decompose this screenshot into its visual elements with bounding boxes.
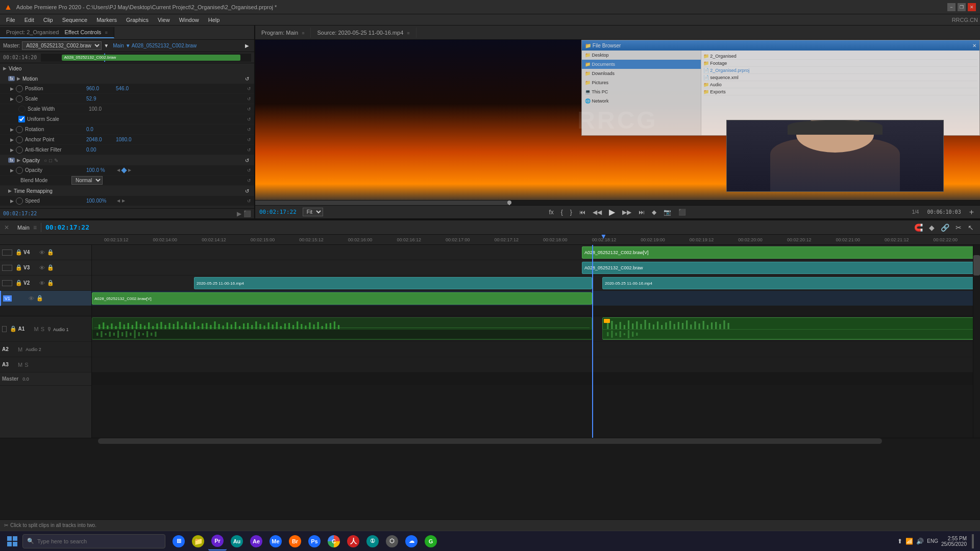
v4-lock[interactable] (2, 249, 12, 256)
app-after-effects[interactable]: Ae (247, 532, 265, 550)
sequence-link[interactable]: Main ▼ A028_05252132_C002.braw (113, 43, 197, 48)
fb-file-5[interactable]: 📁 Audio (703, 81, 977, 88)
ctrl-step-fwd[interactable]: ▶▶ (620, 208, 633, 217)
tool-select[interactable]: ↖ (966, 222, 976, 233)
app-task-view[interactable]: ⊞ (169, 532, 188, 550)
menu-window[interactable]: Window (175, 16, 203, 24)
tool-snap[interactable]: 🧲 (912, 222, 925, 233)
anti-flicker-val[interactable]: 0.00 (86, 147, 112, 153)
fb-item-2[interactable]: 📁 Documents (582, 60, 701, 69)
scalewidth-reset[interactable]: ↺ (247, 107, 251, 112)
systray-lang[interactable]: ENG (927, 538, 938, 544)
a1-mic[interactable]: 🎙 (45, 326, 53, 332)
ec-play-btn[interactable]: ▶ (237, 210, 241, 217)
ctrl-play-stop[interactable]: ▶ (607, 206, 617, 218)
close-button[interactable]: ✕ (968, 3, 976, 11)
v1-clip[interactable]: A028_05252132_C002.braw[V] (92, 292, 592, 305)
speed-kf-left[interactable]: ◀ (117, 198, 120, 203)
menu-file[interactable]: File (2, 16, 19, 24)
tool-razor[interactable]: ✂ (953, 222, 964, 233)
fb-file-2[interactable]: 📁 Footage (703, 60, 977, 67)
ctrl-step-back[interactable]: ◀◀ (591, 208, 604, 217)
a2-mute[interactable]: M (17, 346, 23, 353)
tab-effect-controls[interactable]: Project: 2_Organised Effect Controls ≡ (0, 27, 114, 38)
ctrl-mark-in[interactable]: { (559, 208, 565, 217)
fb-file-3[interactable]: 📄 2_Organised.prproj (703, 67, 977, 74)
scale-val[interactable]: 52.9 (86, 96, 112, 102)
timeline-tab-main[interactable]: Main ≡ (13, 223, 41, 232)
pos-stopwatch[interactable] (16, 85, 23, 92)
speed-stopwatch[interactable] (16, 197, 23, 205)
anchor-x-val[interactable]: 2048.0 (86, 137, 112, 142)
v4-lock2[interactable]: 🔒 (46, 249, 55, 256)
tab-source[interactable]: Source: 2020-05-25 11-00-16.mp4 ≡ (311, 28, 416, 38)
menu-edit[interactable]: Edit (20, 16, 38, 24)
anchor-reset[interactable]: ↺ (247, 137, 251, 142)
v1-eye[interactable]: 👁 (28, 295, 35, 302)
timeline-tracks[interactable]: A028_05252132_C002.braw[V] ▶ A028_052521… (92, 245, 973, 438)
a3-solo[interactable]: S (23, 362, 29, 368)
v4-clip[interactable]: A028_05252132_C002.braw[V] ▶ (582, 246, 973, 259)
app-renren[interactable]: 人 (344, 532, 362, 550)
monitor-scrubber[interactable] (255, 200, 980, 205)
audio-section[interactable]: ▶ Audio (0, 206, 254, 208)
v4-sync[interactable]: 🔒 (14, 249, 23, 256)
app-media-encoder[interactable]: Me (266, 532, 285, 550)
fb-item-3[interactable]: 📁 Downloads (582, 69, 701, 78)
v2-eye[interactable]: 👁 (38, 280, 46, 286)
timeline-close[interactable]: ✕ (4, 224, 9, 231)
scale-stopwatch[interactable] (16, 95, 23, 103)
a1-clip-right-row2[interactable] (602, 329, 973, 339)
uniform-scale-checkbox[interactable] (18, 116, 25, 122)
fb-file-6[interactable]: 📁 Exports (703, 88, 977, 95)
app-photoshop[interactable]: Ps (305, 532, 324, 550)
af-stopwatch[interactable] (16, 146, 23, 154)
tool-markers[interactable]: ◆ (927, 222, 937, 233)
ec-export-btn[interactable]: ⬛ (243, 210, 251, 217)
anchor-stopwatch[interactable] (16, 136, 23, 143)
a1-lock[interactable] (2, 326, 7, 332)
a1-sync[interactable]: 🔒 (9, 325, 18, 332)
opacity-val-reset[interactable]: ↺ (247, 168, 251, 173)
master-clip-select[interactable]: A028_05252132_C002.braw (22, 41, 102, 50)
minimize-button[interactable]: − (947, 3, 955, 11)
v3-sync[interactable]: 🔒 (14, 264, 23, 271)
restore-button[interactable]: ❐ (958, 3, 966, 11)
v3-lock2[interactable]: 🔒 (46, 264, 55, 271)
menu-markers[interactable]: Markers (92, 16, 121, 24)
start-button[interactable] (2, 533, 22, 549)
v3-eye[interactable]: 👁 (38, 265, 46, 271)
ctrl-add-marker[interactable]: ◆ (650, 208, 658, 217)
tab-program[interactable]: Program: Main ≡ (255, 28, 311, 38)
fb-close[interactable]: ✕ (972, 43, 976, 48)
kf-right[interactable]: ▶ (128, 168, 131, 172)
v2-lock[interactable] (2, 280, 12, 286)
speed-kf-right[interactable]: ▶ (122, 198, 125, 203)
timeline-scrollbar[interactable] (0, 438, 980, 444)
fb-item-5[interactable]: 💻 This PC (582, 87, 701, 96)
menu-graphics[interactable]: Graphics (122, 16, 153, 24)
app-premiere[interactable]: Pr (208, 532, 227, 550)
app-misc1[interactable]: ① (363, 532, 382, 550)
timeline-vscroll[interactable] (973, 245, 980, 438)
opacity-val[interactable]: 100.0 % (86, 167, 112, 173)
opacity-reset[interactable]: ↺ (243, 158, 251, 163)
video-section[interactable]: ▶ Video (0, 63, 254, 73)
ctrl-next-edit[interactable]: ⏭ (636, 208, 647, 217)
timeline-timecode[interactable]: 00:02:17:22 (45, 223, 89, 231)
anchor-y-val[interactable]: 1080.0 (116, 137, 141, 142)
monitor-timecode[interactable]: 00:02:17:22 (259, 209, 297, 215)
app-audition[interactable]: Au (228, 532, 246, 550)
v1-lock[interactable]: 🔒 (35, 295, 44, 302)
app-file-explorer[interactable]: 📁 (189, 532, 207, 550)
uniform-reset[interactable]: ↺ (247, 117, 251, 122)
sequence-arrow[interactable]: ▼ (102, 43, 111, 48)
systray-volume[interactable]: 🔊 (916, 538, 924, 545)
a1-solo[interactable]: S (40, 326, 45, 332)
ctrl-camera[interactable]: 📷 (662, 208, 673, 217)
position-reset[interactable]: ↺ (247, 86, 251, 91)
opacity-stopwatch[interactable] (16, 167, 23, 174)
systray-upload[interactable]: ⬆ (897, 538, 902, 545)
a1-clip-left-row2[interactable] (92, 329, 592, 339)
af-reset[interactable]: ↺ (247, 147, 251, 153)
